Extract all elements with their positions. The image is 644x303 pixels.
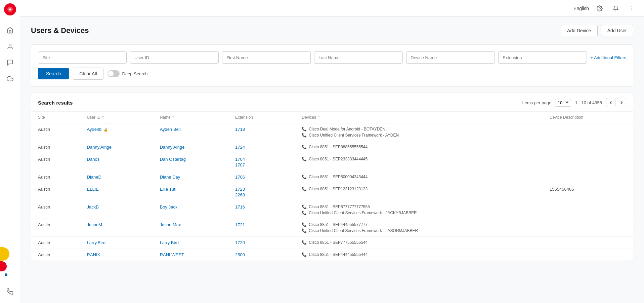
site-input[interactable] bbox=[38, 51, 127, 64]
userid-link[interactable]: DianeD bbox=[87, 175, 101, 180]
add-device-button[interactable]: Add Device bbox=[561, 25, 598, 36]
app-logo[interactable] bbox=[4, 3, 16, 15]
cell-site: Austin bbox=[31, 183, 80, 201]
extension-value: 1724 bbox=[235, 145, 288, 150]
sidebar-item-users[interactable] bbox=[3, 40, 17, 53]
firstname-input[interactable] bbox=[222, 51, 311, 64]
table-row: AustinELLIEEllie Tuti17232268📞Cisco 8851… bbox=[31, 183, 633, 201]
next-page-button[interactable] bbox=[617, 98, 626, 107]
cell-userid: Aydenb 🔒 bbox=[80, 123, 153, 141]
name-link[interactable]: RANI WEST bbox=[160, 252, 184, 257]
table-body: AustinAydenb 🔒Ayden Bell1718📞Cisco Dual … bbox=[31, 123, 633, 261]
page-header: Users & Devices Add Device Add User bbox=[31, 25, 633, 36]
settings-icon[interactable] bbox=[594, 3, 605, 14]
userid-input[interactable] bbox=[130, 51, 219, 64]
notifications-icon[interactable] bbox=[610, 3, 621, 14]
userid-link[interactable]: ELLIE bbox=[87, 187, 99, 192]
cell-devices: 📞Cisco 8851 - SEP444455555444 bbox=[295, 249, 543, 261]
col-name: Name ⠿ bbox=[153, 112, 228, 123]
items-per-page-label: Items per page: bbox=[522, 100, 552, 105]
clear-all-button[interactable]: Clear All bbox=[73, 68, 103, 80]
search-button[interactable]: Search bbox=[38, 68, 69, 79]
device-name: Cisco 8851 - SEP444455555444 bbox=[309, 252, 368, 257]
table-row: AustinJackBBoy Jack1716📞Cisco 8851 - SEP… bbox=[31, 201, 633, 219]
device-line: 📞Cisco 8851 - SEP6777777777555 bbox=[302, 204, 536, 209]
sidebar-item-phone[interactable] bbox=[3, 285, 17, 298]
sidebar-item-home[interactable] bbox=[3, 24, 17, 37]
name-link[interactable]: Boy Jack bbox=[160, 204, 178, 210]
lastname-input[interactable] bbox=[314, 51, 403, 64]
userid-link[interactable]: Danos bbox=[87, 157, 100, 162]
cell-extension: 1724 bbox=[228, 141, 295, 153]
device-name: Cisco Dual Mode for Android - BOTAYDEN bbox=[309, 127, 385, 131]
userid-link[interactable]: RANIK bbox=[87, 252, 100, 257]
cell-devices: 📞Cisco 8851 - SEP500004343444 bbox=[295, 171, 543, 183]
page-title: Users & Devices bbox=[31, 26, 89, 35]
name-link[interactable]: Ayden Bell bbox=[160, 127, 181, 132]
items-per-page-select[interactable]: 10 25 50 bbox=[555, 99, 571, 107]
language-selector[interactable]: English bbox=[573, 6, 589, 11]
name-link[interactable]: Danny Ainge bbox=[160, 145, 185, 150]
name-link[interactable]: Dan Ostertag bbox=[160, 157, 186, 162]
cell-userid: DianeD bbox=[80, 171, 153, 183]
cell-name: Ellie Tuti bbox=[153, 183, 228, 201]
results-table: Site User ID ⠿ Name ⠿ Extension ⠿ Device… bbox=[31, 112, 633, 261]
device-name: Cisco 8851 - SEP233333444445 bbox=[309, 157, 368, 161]
userid-link[interactable]: JackB bbox=[87, 204, 99, 210]
userid-link[interactable]: Danny.Ainge bbox=[87, 145, 112, 150]
extension-value: 1721 bbox=[235, 222, 288, 227]
svg-point-3 bbox=[632, 6, 632, 7]
additional-filters-link[interactable]: + Additional Filters bbox=[590, 55, 626, 60]
cell-name: Jason Max bbox=[153, 219, 228, 237]
sidebar-item-messages[interactable] bbox=[3, 56, 17, 69]
sidebar-item-cloud[interactable] bbox=[3, 72, 17, 85]
device-name: Cisco Unified Client Services Framework … bbox=[309, 211, 417, 215]
cell-extension: 1720 bbox=[228, 237, 295, 249]
cell-extension: 17041707 bbox=[228, 153, 295, 171]
cell-devices: 📞Cisco 8851 - SEP233333444445 bbox=[295, 153, 543, 171]
table-row: AustinDianeDDiane Day1706📞Cisco 8851 - S… bbox=[31, 171, 633, 183]
table-row: AustinAydenb 🔒Ayden Bell1718📞Cisco Dual … bbox=[31, 123, 633, 141]
extension-input[interactable] bbox=[498, 51, 587, 64]
name-link[interactable]: Diane Day bbox=[160, 175, 180, 180]
main-area: English Users & Devices Add Device Add U… bbox=[20, 0, 644, 303]
pagination-info: 1 - 10 of 4955 bbox=[575, 100, 602, 105]
extension-value: 1720 bbox=[235, 240, 288, 245]
cell-site: Austin bbox=[31, 201, 80, 219]
table-row: AustinRANIKRANI WEST2500📞Cisco 8851 - SE… bbox=[31, 249, 633, 261]
phone-icon: 📞 bbox=[302, 145, 307, 149]
deep-search-toggle-wrap: Deep Search bbox=[108, 70, 148, 77]
cell-device-description bbox=[543, 237, 633, 249]
userid-link[interactable]: Larry.Bird bbox=[87, 240, 105, 245]
cell-userid: Danny.Ainge bbox=[80, 141, 153, 153]
cell-site: Austin bbox=[31, 249, 80, 261]
devicename-input[interactable] bbox=[406, 51, 495, 64]
more-options-icon[interactable] bbox=[627, 3, 637, 14]
cell-extension: 1716 bbox=[228, 201, 295, 219]
name-link[interactable]: Jason Max bbox=[160, 222, 181, 227]
extension-value: 1718 bbox=[235, 127, 288, 132]
extension-value: 1704 bbox=[235, 157, 288, 162]
name-link[interactable]: Ellie Tuti bbox=[160, 187, 176, 192]
phone-icon: 📞 bbox=[302, 252, 307, 257]
cell-devices: 📞Cisco 8851 - SEP6777777777555📞Cisco Uni… bbox=[295, 201, 543, 219]
results-section: Search results Items per page: 10 25 50 … bbox=[31, 92, 633, 261]
device-line: 📞Cisco 8851 - SEP233333444445 bbox=[302, 157, 536, 161]
device-line: 📞Cisco Unified Client Services Framework… bbox=[302, 228, 536, 233]
deep-search-toggle[interactable] bbox=[108, 70, 120, 77]
table-header: Site User ID ⠿ Name ⠿ Extension ⠿ Device… bbox=[31, 112, 633, 123]
cell-devices: 📞Cisco Dual Mode for Android - BOTAYDEN📞… bbox=[295, 123, 543, 141]
cell-device-description bbox=[543, 249, 633, 261]
name-link[interactable]: Larry Bird bbox=[160, 240, 179, 245]
cell-extension: 17232268 bbox=[228, 183, 295, 201]
phone-icon: 📞 bbox=[302, 240, 307, 245]
device-line: 📞Cisco 8851 - SEP777555555544 bbox=[302, 240, 536, 245]
userid-link[interactable]: JasonM bbox=[87, 222, 102, 227]
userid-link[interactable]: Aydenb bbox=[87, 127, 102, 132]
svg-point-2 bbox=[599, 7, 601, 9]
cell-site: Austin bbox=[31, 153, 80, 171]
phone-icon: 📞 bbox=[302, 133, 307, 138]
add-user-button[interactable]: Add User bbox=[601, 25, 633, 36]
prev-page-button[interactable] bbox=[606, 98, 615, 107]
sidebar-bottom bbox=[3, 283, 17, 300]
